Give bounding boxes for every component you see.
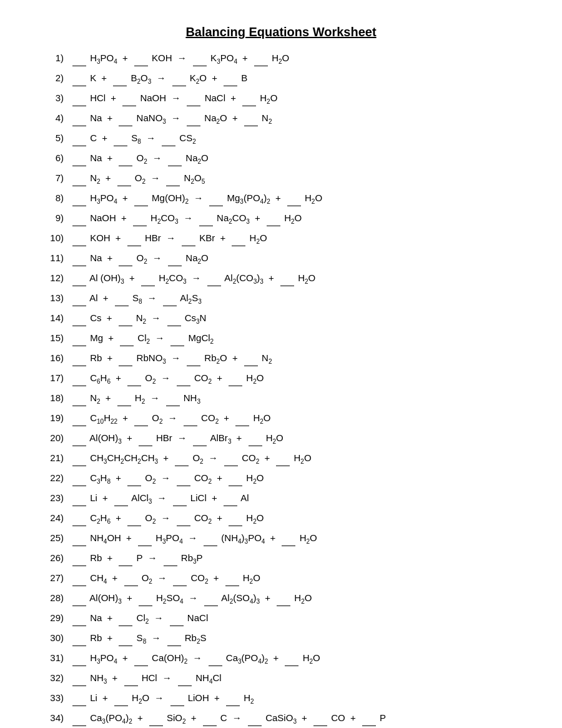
equation-number: 11) [37,251,64,266]
equation-content: CH3CH2CH2CH3 + O2 → CO2 + H2O [71,451,312,467]
equation-row: 9) NaOH + H2CO3 → Na2CO3 + H2O [37,211,525,227]
equation-number: 32) [37,671,64,686]
equation-content: C6H6 + O2 → CO2 + H2O [71,371,264,387]
equation-content: K + B2O3 → K2O + B [71,71,247,87]
equation-content: Na + O2 → Na2O [71,251,209,267]
equation-number: 19) [37,411,64,426]
equation-number: 3) [37,91,64,106]
equation-number: 22) [37,471,64,486]
equation-content: Al + S8 → Al2S3 [71,291,202,307]
equation-row: 27) CH4 + O2 → CO2 + H2O [37,571,525,587]
equation-number: 6) [37,151,64,166]
equation-number: 13) [37,291,64,306]
equation-number: 12) [37,271,64,286]
equation-row: 4) Na + NaNO3 → Na2O + N2 [37,111,525,127]
equation-number: 29) [37,611,64,626]
equation-number: 27) [37,571,64,586]
equation-number: 23) [37,491,64,506]
equation-number: 7) [37,171,64,186]
equation-number: 2) [37,71,64,86]
equation-number: 20) [37,431,64,446]
equations-list: 1) H3PO4 + KOH → K3PO4 + H2O2) K + B2O3 … [37,51,525,728]
equation-number: 33) [37,691,64,706]
equation-content: KOH + HBr → KBr + H2O [71,231,267,247]
equation-row: 10) KOH + HBr → KBr + H2O [37,231,525,247]
page-title: Balancing Equations Worksheet [37,25,525,39]
equation-number: 9) [37,211,64,226]
equation-content: Ca3(PO4)2 + SiO2 + C → CaSiO3 + CO + P [71,711,386,727]
equation-content: Mg + Cl2 → MgCl2 [71,331,214,347]
equation-number: 1) [37,51,64,66]
equation-content: HCl + NaOH → NaCl + H2O [71,91,277,107]
equation-number: 10) [37,231,64,246]
equation-row: 14) Cs + N2 → Cs3N [37,311,525,327]
equation-row: 15) Mg + Cl2 → MgCl2 [37,331,525,347]
equation-row: 25) NH4OH + H3PO4 → (NH4)3PO4 + H2O [37,531,525,547]
equation-content: NH4OH + H3PO4 → (NH4)3PO4 + H2O [71,531,317,547]
equation-row: 7) N2 + O2 → N2O5 [37,171,525,187]
equation-content: Cs + N2 → Cs3N [71,311,206,327]
equation-row: 26) Rb + P → Rb3P [37,551,525,567]
equation-number: 21) [37,451,64,466]
equation-content: NH3 + HCl → NH4Cl [71,671,222,687]
equation-content: Al (OH)3 + H2CO3 → Al2(CO3)3 + H2O [71,271,315,287]
equation-row: 24) C2H6 + O2 → CO2 + H2O [37,511,525,527]
equation-row: 5) C + S8 → CS2 [37,131,525,147]
equation-content: Na + NaNO3 → Na2O + N2 [71,111,272,127]
equation-content: N2 + O2 → N2O5 [71,171,205,187]
equation-row: 12) Al (OH)3 + H2CO3 → Al2(CO3)3 + H2O [37,271,525,287]
equation-row: 30) Rb + S8 → Rb2S [37,631,525,647]
equation-content: C3H8 + O2 → CO2 + H2O [71,471,264,487]
equation-number: 30) [37,631,64,646]
equation-content: Rb + RbNO3 → Rb2O + N2 [71,351,272,367]
equation-row: 13) Al + S8 → Al2S3 [37,291,525,307]
equation-content: C + S8 → CS2 [71,131,196,147]
equation-row: 23) Li + AlCl3 → LiCl + Al [37,491,525,507]
equation-content: Na + O2 → Na2O [71,151,209,167]
equation-number: 31) [37,651,64,666]
equation-row: 3) HCl + NaOH → NaCl + H2O [37,91,525,107]
equation-content: C2H6 + O2 → CO2 + H2O [71,511,264,527]
equation-row: 11) Na + O2 → Na2O [37,251,525,267]
equation-number: 16) [37,351,64,366]
equation-row: 8) H3PO4 + Mg(OH)2 → Mg3(PO4)2 + H2O [37,191,525,207]
equation-row: 1) H3PO4 + KOH → K3PO4 + H2O [37,51,525,67]
equation-number: 4) [37,111,64,126]
equation-content: Na + Cl2 → NaCl [71,611,208,627]
equation-row: 19) C10H22 + O2 → CO2 + H2O [37,411,525,427]
equation-content: H3PO4 + KOH → K3PO4 + H2O [71,51,289,67]
equation-content: Al(OH)3 + HBr → AlBr3 + H2O [71,431,283,447]
equation-content: Rb + P → Rb3P [71,551,203,567]
equation-row: 6) Na + O2 → Na2O [37,151,525,167]
equation-content: NaOH + H2CO3 → Na2CO3 + H2O [71,211,302,227]
equation-row: 20) Al(OH)3 + HBr → AlBr3 + H2O [37,431,525,447]
equation-row: 33) Li + H2O → LiOH + H2 [37,691,525,707]
equation-content: H3PO4 + Ca(OH)2 → Ca3(PO4)2 + H2O [71,651,320,667]
equation-row: 21) CH3CH2CH2CH3 + O2 → CO2 + H2O [37,451,525,467]
equation-number: 14) [37,311,64,326]
equation-row: 16) Rb + RbNO3 → Rb2O + N2 [37,351,525,367]
equation-content: H3PO4 + Mg(OH)2 → Mg3(PO4)2 + H2O [71,191,322,207]
equation-number: 8) [37,191,64,206]
equation-number: 17) [37,371,64,386]
equation-content: Al(OH)3 + H2SO4 → Al2(SO4)3 + H2O [71,591,312,607]
equation-row: 28) Al(OH)3 + H2SO4 → Al2(SO4)3 + H2O [37,591,525,607]
equation-number: 24) [37,511,64,526]
equation-number: 15) [37,331,64,346]
equation-row: 31) H3PO4 + Ca(OH)2 → Ca3(PO4)2 + H2O [37,651,525,667]
equation-number: 28) [37,591,64,606]
equation-row: 34) Ca3(PO4)2 + SiO2 + C → CaSiO3 + CO +… [37,711,525,727]
equation-content: Rb + S8 → Rb2S [71,631,206,647]
equation-row: 22) C3H8 + O2 → CO2 + H2O [37,471,525,487]
equation-content: CH4 + O2 → CO2 + H2O [71,571,260,587]
equation-number: 34) [37,711,64,726]
equation-content: Li + AlCl3 → LiCl + Al [71,491,249,507]
equation-number: 18) [37,391,64,406]
equation-number: 26) [37,551,64,566]
equation-number: 5) [37,131,64,146]
equation-content: N2 + H2 → NH3 [71,391,200,407]
equation-content: Li + H2O → LiOH + H2 [71,691,254,707]
equation-row: 18) N2 + H2 → NH3 [37,391,525,407]
equation-row: 29) Na + Cl2 → NaCl [37,611,525,627]
equation-row: 2) K + B2O3 → K2O + B [37,71,525,87]
